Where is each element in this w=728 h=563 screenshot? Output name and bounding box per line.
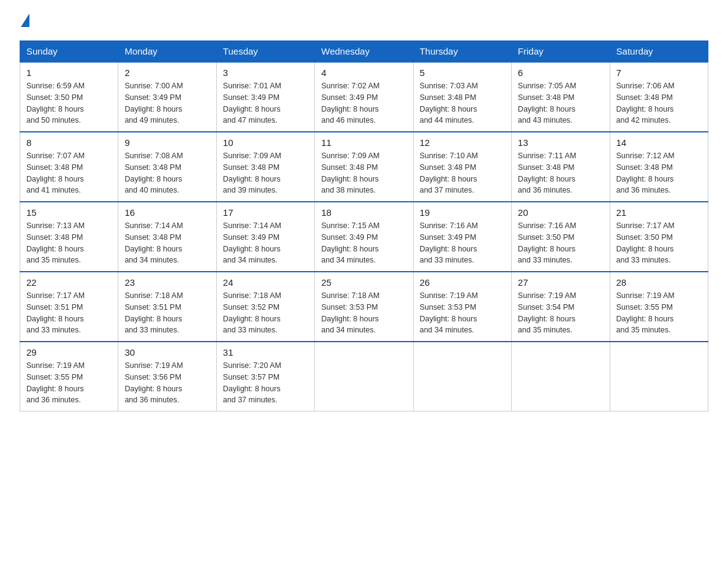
day-info: Sunrise: 7:15 AMSunset: 3:49 PMDaylight:… xyxy=(321,221,379,264)
day-number: 20 xyxy=(518,207,603,218)
day-number: 5 xyxy=(420,67,505,78)
week-row-5: 29 Sunrise: 7:19 AMSunset: 3:55 PMDaylig… xyxy=(20,342,708,412)
calendar-cell: 6 Sunrise: 7:05 AMSunset: 3:48 PMDayligh… xyxy=(512,62,610,132)
day-info: Sunrise: 7:00 AMSunset: 3:49 PMDaylight:… xyxy=(124,82,183,124)
calendar-cell: 7 Sunrise: 7:06 AMSunset: 3:48 PMDayligh… xyxy=(610,62,708,132)
day-info: Sunrise: 7:17 AMSunset: 3:51 PMDaylight:… xyxy=(26,291,85,334)
day-number: 27 xyxy=(518,277,603,288)
calendar-cell: 17 Sunrise: 7:14 AMSunset: 3:49 PMDaylig… xyxy=(216,202,314,272)
day-info: Sunrise: 7:19 AMSunset: 3:55 PMDaylight:… xyxy=(616,291,675,334)
calendar-cell: 26 Sunrise: 7:19 AMSunset: 3:53 PMDaylig… xyxy=(413,272,511,342)
calendar-cell xyxy=(315,342,413,412)
day-info: Sunrise: 7:19 AMSunset: 3:54 PMDaylight:… xyxy=(518,291,576,334)
calendar-cell xyxy=(413,342,511,412)
calendar-cell: 21 Sunrise: 7:17 AMSunset: 3:50 PMDaylig… xyxy=(610,202,708,272)
col-header-thursday: Thursday xyxy=(413,41,511,63)
calendar-cell: 13 Sunrise: 7:11 AMSunset: 3:48 PMDaylig… xyxy=(512,132,610,202)
day-info: Sunrise: 7:19 AMSunset: 3:56 PMDaylight:… xyxy=(124,361,183,404)
day-info: Sunrise: 7:09 AMSunset: 3:48 PMDaylight:… xyxy=(223,151,281,194)
calendar-cell: 27 Sunrise: 7:19 AMSunset: 3:54 PMDaylig… xyxy=(512,272,610,342)
calendar-cell: 30 Sunrise: 7:19 AMSunset: 3:56 PMDaylig… xyxy=(118,342,216,412)
calendar-cell: 9 Sunrise: 7:08 AMSunset: 3:48 PMDayligh… xyxy=(118,132,216,202)
day-info: Sunrise: 7:14 AMSunset: 3:49 PMDaylight:… xyxy=(223,221,281,264)
day-number: 3 xyxy=(223,67,308,78)
day-info: Sunrise: 7:06 AMSunset: 3:48 PMDaylight:… xyxy=(616,82,675,124)
day-info: Sunrise: 7:14 AMSunset: 3:48 PMDaylight:… xyxy=(124,221,183,264)
calendar-cell: 12 Sunrise: 7:10 AMSunset: 3:48 PMDaylig… xyxy=(413,132,511,202)
day-number: 16 xyxy=(124,207,210,218)
day-info: Sunrise: 7:01 AMSunset: 3:49 PMDaylight:… xyxy=(223,82,281,124)
calendar-cell: 11 Sunrise: 7:09 AMSunset: 3:48 PMDaylig… xyxy=(315,132,413,202)
day-info: Sunrise: 7:17 AMSunset: 3:50 PMDaylight:… xyxy=(616,221,675,264)
calendar-cell: 18 Sunrise: 7:15 AMSunset: 3:49 PMDaylig… xyxy=(315,202,413,272)
calendar-cell: 2 Sunrise: 7:00 AMSunset: 3:49 PMDayligh… xyxy=(118,62,216,132)
col-header-monday: Monday xyxy=(118,41,216,63)
week-row-1: 1 Sunrise: 6:59 AMSunset: 3:50 PMDayligh… xyxy=(20,62,708,132)
day-number: 1 xyxy=(26,67,112,78)
col-header-friday: Friday xyxy=(512,41,610,63)
col-header-saturday: Saturday xyxy=(610,41,708,63)
day-info: Sunrise: 7:03 AMSunset: 3:48 PMDaylight:… xyxy=(420,82,478,124)
calendar-cell: 4 Sunrise: 7:02 AMSunset: 3:49 PMDayligh… xyxy=(315,62,413,132)
calendar-cell: 31 Sunrise: 7:20 AMSunset: 3:57 PMDaylig… xyxy=(216,342,314,412)
day-number: 17 xyxy=(223,207,308,218)
col-header-tuesday: Tuesday xyxy=(216,41,314,63)
calendar-cell: 19 Sunrise: 7:16 AMSunset: 3:49 PMDaylig… xyxy=(413,202,511,272)
day-number: 13 xyxy=(518,137,603,148)
day-number: 31 xyxy=(223,347,308,358)
day-info: Sunrise: 6:59 AMSunset: 3:50 PMDaylight:… xyxy=(26,82,85,124)
day-info: Sunrise: 7:18 AMSunset: 3:53 PMDaylight:… xyxy=(321,291,379,334)
calendar-cell xyxy=(610,342,708,412)
week-row-4: 22 Sunrise: 7:17 AMSunset: 3:51 PMDaylig… xyxy=(20,272,708,342)
day-number: 29 xyxy=(26,347,112,358)
day-number: 14 xyxy=(616,137,702,148)
calendar-cell xyxy=(512,342,610,412)
day-info: Sunrise: 7:20 AMSunset: 3:57 PMDaylight:… xyxy=(223,361,281,404)
calendar-cell: 20 Sunrise: 7:16 AMSunset: 3:50 PMDaylig… xyxy=(512,202,610,272)
day-number: 26 xyxy=(420,277,505,288)
day-number: 9 xyxy=(124,137,210,148)
day-number: 7 xyxy=(616,67,702,78)
day-number: 19 xyxy=(420,207,505,218)
calendar-cell: 3 Sunrise: 7:01 AMSunset: 3:49 PMDayligh… xyxy=(216,62,314,132)
day-info: Sunrise: 7:12 AMSunset: 3:48 PMDaylight:… xyxy=(616,151,675,194)
day-number: 21 xyxy=(616,207,702,218)
calendar-cell: 16 Sunrise: 7:14 AMSunset: 3:48 PMDaylig… xyxy=(118,202,216,272)
day-number: 22 xyxy=(26,277,112,288)
calendar-cell: 1 Sunrise: 6:59 AMSunset: 3:50 PMDayligh… xyxy=(20,62,118,132)
calendar-cell: 23 Sunrise: 7:18 AMSunset: 3:51 PMDaylig… xyxy=(118,272,216,342)
logo-triangle-icon xyxy=(21,13,29,27)
day-number: 11 xyxy=(321,137,406,148)
day-number: 18 xyxy=(321,207,406,218)
day-number: 10 xyxy=(223,137,308,148)
calendar-cell: 8 Sunrise: 7:07 AMSunset: 3:48 PMDayligh… xyxy=(20,132,118,202)
day-number: 8 xyxy=(26,137,112,148)
calendar-cell: 5 Sunrise: 7:03 AMSunset: 3:48 PMDayligh… xyxy=(413,62,511,132)
page-header xyxy=(20,15,708,28)
day-info: Sunrise: 7:07 AMSunset: 3:48 PMDaylight:… xyxy=(26,151,85,194)
day-number: 24 xyxy=(223,277,308,288)
day-info: Sunrise: 7:11 AMSunset: 3:48 PMDaylight:… xyxy=(518,151,576,194)
day-info: Sunrise: 7:09 AMSunset: 3:48 PMDaylight:… xyxy=(321,151,379,194)
calendar-cell: 14 Sunrise: 7:12 AMSunset: 3:48 PMDaylig… xyxy=(610,132,708,202)
day-number: 23 xyxy=(124,277,210,288)
day-number: 2 xyxy=(124,67,210,78)
day-number: 30 xyxy=(124,347,210,358)
week-row-2: 8 Sunrise: 7:07 AMSunset: 3:48 PMDayligh… xyxy=(20,132,708,202)
calendar-cell: 28 Sunrise: 7:19 AMSunset: 3:55 PMDaylig… xyxy=(610,272,708,342)
day-info: Sunrise: 7:08 AMSunset: 3:48 PMDaylight:… xyxy=(124,151,183,194)
calendar-cell: 15 Sunrise: 7:13 AMSunset: 3:48 PMDaylig… xyxy=(20,202,118,272)
day-info: Sunrise: 7:02 AMSunset: 3:49 PMDaylight:… xyxy=(321,82,379,124)
day-number: 15 xyxy=(26,207,112,218)
week-row-3: 15 Sunrise: 7:13 AMSunset: 3:48 PMDaylig… xyxy=(20,202,708,272)
col-header-sunday: Sunday xyxy=(20,41,118,63)
day-info: Sunrise: 7:13 AMSunset: 3:48 PMDaylight:… xyxy=(26,221,85,264)
day-info: Sunrise: 7:19 AMSunset: 3:55 PMDaylight:… xyxy=(26,361,85,404)
calendar-cell: 22 Sunrise: 7:17 AMSunset: 3:51 PMDaylig… xyxy=(20,272,118,342)
calendar-cell: 24 Sunrise: 7:18 AMSunset: 3:52 PMDaylig… xyxy=(216,272,314,342)
day-info: Sunrise: 7:18 AMSunset: 3:51 PMDaylight:… xyxy=(124,291,183,334)
day-number: 25 xyxy=(321,277,406,288)
day-number: 12 xyxy=(420,137,505,148)
day-info: Sunrise: 7:16 AMSunset: 3:49 PMDaylight:… xyxy=(420,221,478,264)
day-number: 4 xyxy=(321,67,406,78)
